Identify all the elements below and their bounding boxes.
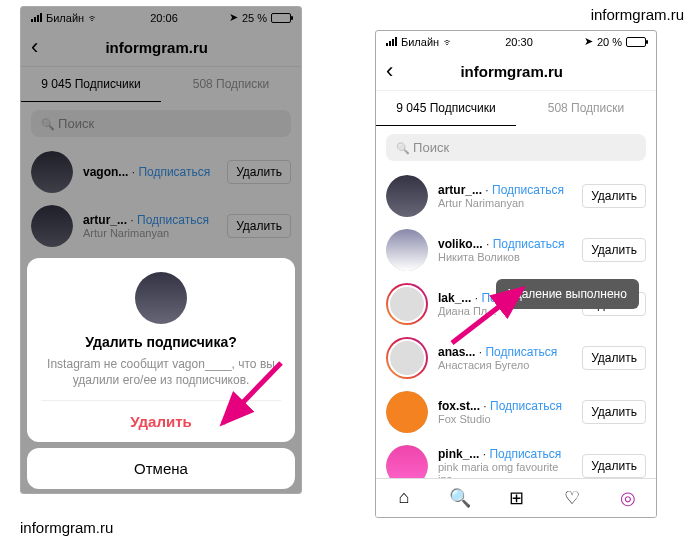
phone-left: Билайн ᯤ 20:06 ➤ 25 % ‹ informgram.ru 9 … <box>20 6 302 494</box>
location-icon: ➤ <box>584 35 593 48</box>
avatar[interactable] <box>386 337 428 379</box>
watermark-top: informgram.ru <box>591 6 684 23</box>
signal-bars-icon <box>386 37 397 46</box>
username[interactable]: artur_... <box>438 183 482 197</box>
back-icon[interactable]: ‹ <box>386 58 393 84</box>
avatar[interactable] <box>386 229 428 271</box>
follower-tabs: 9 045 Подписчики 508 Подписки <box>376 91 656 126</box>
remove-button[interactable]: Удалить <box>582 184 646 208</box>
remove-button[interactable]: Удалить <box>582 346 646 370</box>
bottom-tab-bar: ⌂ 🔍 ⊞ ♡ ◎ <box>376 478 656 517</box>
nav-bar: ‹ informgram.ru <box>376 52 656 91</box>
username[interactable]: fox.st... <box>438 399 480 413</box>
sheet-cancel-button[interactable]: Отмена <box>27 448 295 489</box>
avatar[interactable] <box>386 283 428 325</box>
fullname: Fox Studio <box>438 413 582 425</box>
avatar[interactable] <box>386 175 428 217</box>
remove-button[interactable]: Удалить <box>582 454 646 478</box>
tab-search-icon[interactable]: 🔍 <box>432 479 488 517</box>
carrier-label: Билайн <box>401 36 439 48</box>
wifi-icon: ᯤ <box>443 36 454 48</box>
tab-home-icon[interactable]: ⌂ <box>376 479 432 517</box>
sheet-avatar <box>135 272 187 324</box>
annotation-arrow <box>444 281 534 351</box>
follower-row: fox.st... · ПодписатьсяFox StudioУдалить <box>376 385 656 439</box>
status-bar: Билайн ᯤ 20:30 ➤ 20 % <box>376 31 656 52</box>
fullname: Artur Narimanyan <box>438 197 582 209</box>
follow-link[interactable]: Подписаться <box>493 237 565 251</box>
username[interactable]: pink_... <box>438 447 479 461</box>
fullname: Никита Воликов <box>438 251 582 263</box>
follower-row: voliko... · ПодписатьсяНикита ВоликовУда… <box>376 223 656 277</box>
tab-following[interactable]: 508 Подписки <box>516 91 656 126</box>
username[interactable]: voliko... <box>438 237 483 251</box>
follow-link[interactable]: Подписаться <box>490 399 562 413</box>
tab-activity-icon[interactable]: ♡ <box>544 479 600 517</box>
tab-profile-icon[interactable]: ◎ <box>600 479 656 517</box>
fullname: Анастасия Бугело <box>438 359 582 371</box>
nav-title: informgram.ru <box>393 63 630 80</box>
search-input[interactable]: Поиск <box>386 134 646 161</box>
phone-right: Билайн ᯤ 20:30 ➤ 20 % ‹ informgram.ru 9 … <box>375 30 657 518</box>
sheet-title: Удалить подписчика? <box>41 334 281 350</box>
remove-button[interactable]: Удалить <box>582 400 646 424</box>
follower-row: artur_... · ПодписатьсяArtur NarimanyanУ… <box>376 169 656 223</box>
follow-link[interactable]: Подписаться <box>489 447 561 461</box>
remove-button[interactable]: Удалить <box>582 238 646 262</box>
battery-percent: 20 % <box>597 36 622 48</box>
watermark-bottom: informgram.ru <box>20 519 113 536</box>
status-time: 20:30 <box>505 36 533 48</box>
search-placeholder: Поиск <box>413 140 449 155</box>
avatar[interactable] <box>386 391 428 433</box>
tab-followers[interactable]: 9 045 Подписчики <box>376 91 516 126</box>
battery-icon <box>626 37 646 47</box>
tab-add-icon[interactable]: ⊞ <box>488 479 544 517</box>
follow-link[interactable]: Подписаться <box>492 183 564 197</box>
annotation-arrow <box>211 357 291 437</box>
